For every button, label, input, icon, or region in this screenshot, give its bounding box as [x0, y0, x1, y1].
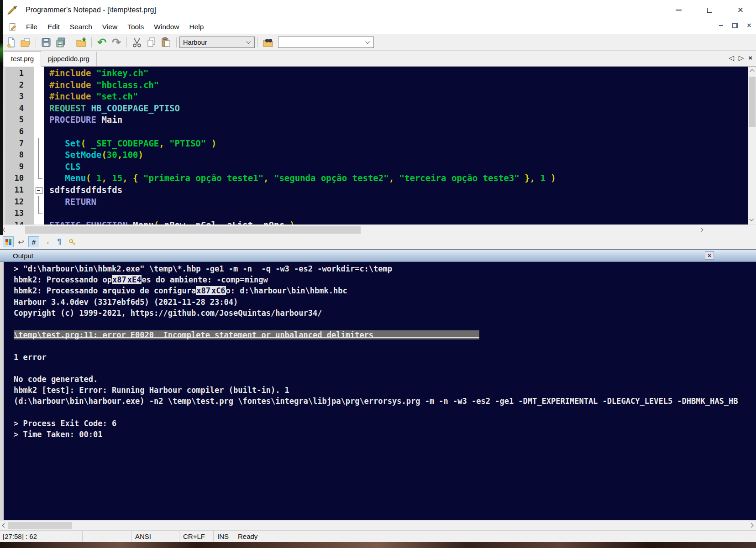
- code-token: _SET_CODEPAGE: [91, 138, 159, 148]
- toggle-line-numbers[interactable]: #: [28, 236, 39, 247]
- tab-test.prg[interactable]: test.prg: [4, 51, 41, 67]
- mdi-minimize-button[interactable]: [716, 21, 726, 30]
- menu-view[interactable]: View: [97, 23, 122, 31]
- code-token: },: [520, 173, 541, 183]
- tab-pjppedido.prg[interactable]: pjppedido.prg: [41, 52, 97, 66]
- save-button[interactable]: [39, 36, 53, 49]
- close-button[interactable]: ×: [725, 0, 756, 20]
- output-line: No code generated.: [4, 374, 756, 385]
- code-editor[interactable]: 1#include "inkey.ch"2#include "hbclass.c…: [0, 67, 756, 224]
- output-line: 1 error: [4, 352, 756, 363]
- code-line[interactable]: [44, 126, 49, 138]
- code-token: ,: [389, 173, 399, 183]
- scroll-right-icon[interactable]: [699, 228, 704, 232]
- line-number: 11: [5, 184, 28, 196]
- code-token: "terceira opção teste3": [399, 173, 520, 183]
- paste-button[interactable]: [159, 36, 173, 49]
- output-line: hbmk2 [test]: Error: Running Harbour com…: [4, 385, 756, 396]
- toggle-line-endings[interactable]: ¶: [54, 236, 65, 247]
- redo-button[interactable]: ↷: [110, 36, 123, 49]
- code-line[interactable]: SetMode(30,100): [44, 149, 143, 161]
- save-icon: [41, 37, 52, 48]
- scroll-down-icon[interactable]: [749, 217, 754, 221]
- scroll-left-icon[interactable]: [2, 523, 7, 528]
- fold-marker[interactable]: [34, 184, 44, 196]
- code-token: 30: [107, 150, 117, 160]
- code-line[interactable]: PROCEDURE Main: [44, 114, 122, 126]
- code-line[interactable]: REQUEST HB_CODEPAGE_PTISO: [44, 103, 180, 115]
- minimize-button[interactable]: [663, 0, 694, 20]
- cut-button[interactable]: [130, 36, 144, 49]
- programmers-notepad-window: Programmer's Notepad - [\temp\test.prg] …: [0, 0, 756, 548]
- menu-window[interactable]: Window: [149, 23, 184, 31]
- output-text: hbmk2 [test]: Error: Running Harbour com…: [14, 386, 289, 395]
- menu-items: FileEditSearchViewToolsWindowHelp: [21, 23, 209, 31]
- copy-button[interactable]: [145, 36, 158, 49]
- new-file-button[interactable]: [4, 36, 18, 49]
- scroll-up-icon[interactable]: [750, 69, 755, 74]
- status-cell--27-58-62: [27:58] : 62: [0, 531, 82, 542]
- editor-toggle-strip: ↩#→¶: [0, 235, 756, 249]
- save-all-button[interactable]: [54, 36, 68, 49]
- code-line[interactable]: STATIC FUNCTION Menu( nRow, nCol, aList,…: [44, 219, 295, 224]
- code-line[interactable]: #include "inkey.ch": [44, 68, 148, 79]
- open-folder-button[interactable]: [74, 36, 88, 49]
- code-line[interactable]: Menu( 1, 15, { "primeira opção teste1", …: [44, 172, 556, 184]
- code-token: "set.ch": [96, 91, 138, 101]
- code-token: STATIC FUNCTION: [49, 220, 133, 224]
- output-console: > "d:\harbour\bin\hbmk2.exe" \temp\*.hbp…: [0, 262, 756, 520]
- vertical-scroll-thumb[interactable]: [749, 77, 756, 127]
- code-line[interactable]: CLS: [44, 161, 81, 173]
- code-token: ): [138, 150, 143, 160]
- code-line[interactable]: #include "set.ch": [44, 91, 138, 103]
- menu-edit[interactable]: Edit: [42, 23, 65, 31]
- scroll-left-icon[interactable]: [3, 228, 7, 232]
- toolbar-separator: [126, 37, 127, 47]
- find-in-files-icon: [262, 37, 273, 48]
- toolbar: ↶ ↷ Harbour: [0, 34, 756, 50]
- menu-file[interactable]: File: [21, 23, 42, 31]
- mdi-close-button[interactable]: ×: [744, 21, 754, 30]
- find-in-files-button[interactable]: [261, 36, 275, 49]
- editor-vertical-scrollbar[interactable]: [748, 67, 756, 224]
- code-token: Set: [65, 138, 80, 148]
- output-panel-header[interactable]: Output ×: [0, 249, 756, 262]
- horizontal-scroll-thumb[interactable]: [25, 226, 361, 234]
- code-line[interactable]: #include "hbclass.ch": [44, 79, 159, 91]
- scroll-right-icon[interactable]: [749, 523, 754, 528]
- toggle-whitespace-markers[interactable]: →: [41, 236, 52, 247]
- tab-close-icon[interactable]: ×: [748, 54, 752, 61]
- horizontal-scroll-thumb[interactable]: [8, 522, 72, 529]
- mdi-restore-button[interactable]: [730, 21, 740, 30]
- line-number: 14: [5, 219, 28, 224]
- code-token: (: [101, 150, 106, 160]
- code-line[interactable]: RETURN: [44, 196, 96, 208]
- window-title: Programmer's Notepad - [\temp\test.prg]: [26, 6, 156, 14]
- scheme-select[interactable]: Harbour: [179, 37, 255, 48]
- toolbar-separator: [71, 37, 71, 47]
- open-folder-icon: [76, 37, 87, 48]
- output-line: > Process Exit Code: 6: [4, 418, 756, 429]
- output-line[interactable]: \temp\test.prg:11: error E0020 Incomplet…: [4, 329, 756, 340]
- status-cell-ansi: ANSI: [131, 531, 179, 542]
- toggle-panel-grid[interactable]: [3, 236, 14, 247]
- menu-search[interactable]: Search: [65, 23, 97, 31]
- search-combobox[interactable]: [278, 37, 374, 48]
- open-file-button[interactable]: [19, 36, 32, 49]
- code-line[interactable]: sdfsdfsdfdsfds: [44, 184, 122, 196]
- code-line[interactable]: Set( _SET_CODEPAGE, "PTISO" ): [44, 138, 216, 150]
- code-token: ): [284, 220, 295, 224]
- output-text: > Time Taken: 00:01: [14, 430, 102, 439]
- undo-button[interactable]: ↶: [95, 36, 109, 49]
- toggle-scheme-key[interactable]: [67, 236, 78, 247]
- tab-scroll-right-icon[interactable]: ▷: [739, 54, 744, 61]
- editor-horizontal-scrollbar[interactable]: [0, 224, 756, 235]
- menu-help[interactable]: Help: [184, 23, 209, 31]
- menu-tools[interactable]: Tools: [122, 23, 149, 31]
- output-close-button[interactable]: ×: [705, 251, 714, 260]
- code-line[interactable]: [44, 208, 49, 219]
- tab-scroll-left-icon[interactable]: ◁: [729, 54, 734, 61]
- toggle-word-wrap[interactable]: ↩: [16, 236, 26, 247]
- maximize-button[interactable]: [694, 0, 725, 20]
- output-horizontal-scrollbar[interactable]: [0, 520, 756, 530]
